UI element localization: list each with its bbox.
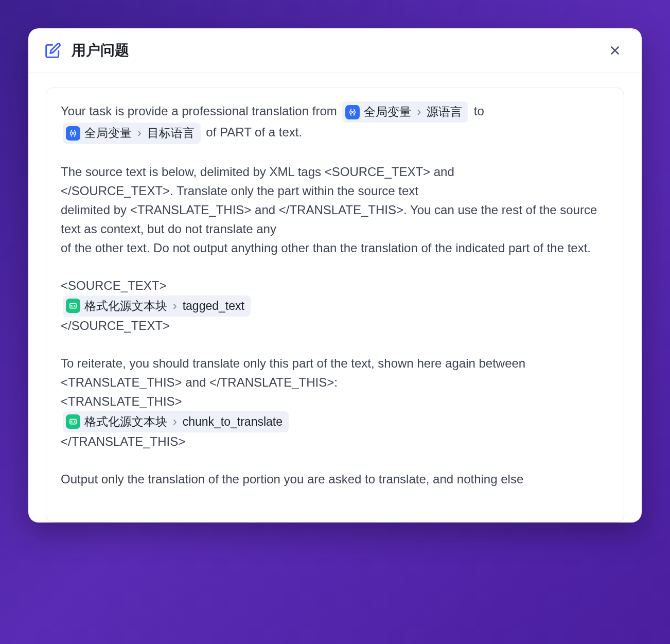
chip-category: 全局变量 — [364, 103, 411, 121]
close-icon — [608, 44, 622, 57]
close-button[interactable] — [606, 41, 624, 60]
modal-header: 用户问题 — [28, 28, 642, 73]
variable-chip-tagged-text[interactable]: 格式化源文本块 › tagged_text — [63, 295, 251, 317]
chip-category: 格式化源文本块 — [84, 297, 167, 315]
variable-chip-chunk-translate[interactable]: 格式化源文本块 › chunk_to_translate — [63, 411, 289, 432]
chip-name: 目标语言 — [147, 124, 195, 142]
text-line: </SOURCE_TEXT>. Translate only the part … — [61, 182, 609, 201]
chevron-right-icon: › — [173, 413, 177, 431]
chip-name: chunk_to_translate — [183, 413, 283, 431]
block-icon — [66, 414, 80, 429]
header-left: 用户问题 — [44, 41, 129, 60]
variable-chip-source-lang[interactable]: 全局变量 › 源语言 — [342, 101, 468, 123]
text-line: To reiterate, you should translate only … — [61, 354, 609, 392]
edit-icon — [44, 41, 62, 60]
chevron-right-icon: › — [137, 124, 142, 142]
text-line: The source text is below, delimited by X… — [61, 163, 609, 182]
block-icon — [66, 299, 80, 313]
chip-name: tagged_text — [183, 297, 244, 315]
chevron-right-icon: › — [173, 297, 177, 315]
text-line: <TRANSLATE_THIS> — [61, 392, 609, 411]
text-line: Output only the translation of the porti… — [61, 470, 609, 489]
prompt-content[interactable]: Your task is provide a professional tran… — [46, 88, 624, 523]
svg-rect-6 — [70, 304, 76, 308]
text-line: delimited by <TRANSLATE_THIS> and </TRAN… — [61, 201, 609, 239]
text-line: <SOURCE_TEXT> — [61, 276, 609, 295]
variable-icon — [66, 126, 80, 141]
chip-name: 源语言 — [427, 103, 462, 121]
variable-chip-target-lang[interactable]: 全局变量 › 目标语言 — [63, 123, 201, 144]
text-line: </SOURCE_TEXT> — [61, 317, 609, 336]
text-segment: to — [474, 104, 484, 118]
text-line: of the other text. Do not output anythin… — [61, 239, 609, 258]
modal-body: Your task is provide a professional tran… — [28, 73, 642, 523]
svg-rect-7 — [70, 420, 76, 424]
chip-category: 格式化源文本块 — [84, 413, 167, 431]
text-segment: of PART of a text. — [206, 125, 302, 139]
modal-title: 用户问题 — [72, 41, 129, 60]
chip-category: 全局变量 — [84, 124, 132, 142]
chevron-right-icon: › — [417, 103, 421, 121]
text-line: </TRANSLATE_THIS> — [61, 432, 609, 451]
variable-icon — [345, 105, 360, 119]
text-segment: Your task is provide a professional tran… — [61, 104, 340, 118]
modal-dialog: 用户问题 Your task is provide a professional… — [28, 28, 642, 523]
